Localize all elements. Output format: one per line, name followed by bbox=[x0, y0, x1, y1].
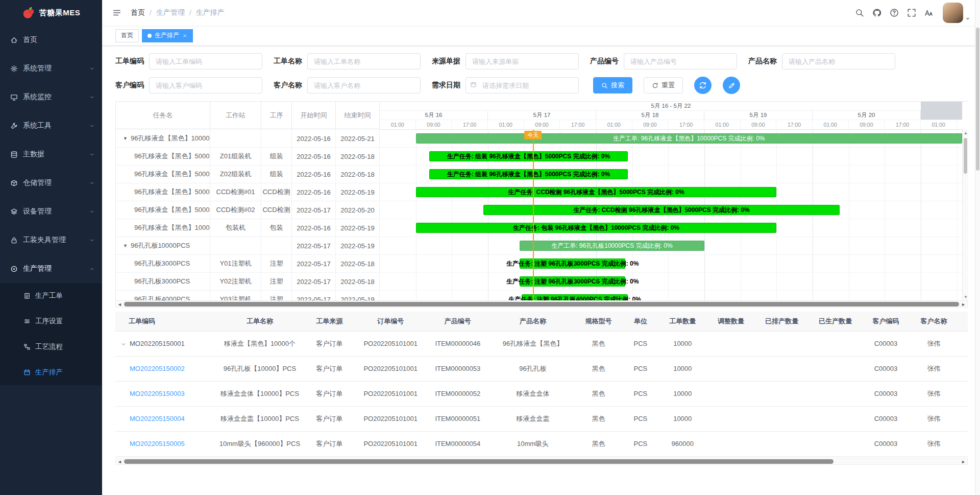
orders-column-header: 工单数量 bbox=[658, 312, 707, 331]
order-code-link[interactable]: MO202205150001 bbox=[130, 340, 185, 347]
avatar[interactable] bbox=[943, 3, 963, 23]
customer-code-input[interactable] bbox=[149, 77, 262, 93]
hamburger-icon[interactable] bbox=[110, 6, 124, 19]
gantt-vertical-scrollbar[interactable]: ▲ ▼ bbox=[962, 130, 968, 300]
order-row[interactable]: MO202205150004移液盒盒盖【10000】PCS客户订单PO20220… bbox=[115, 406, 968, 431]
source-doc-input[interactable] bbox=[465, 53, 579, 69]
search-icon[interactable] bbox=[851, 0, 868, 26]
order-code-link[interactable]: MO202205150004 bbox=[130, 415, 185, 422]
orders-cell: 移液盒盒体 bbox=[492, 381, 575, 406]
orders-cell bbox=[808, 356, 862, 381]
scroll-left-arrow[interactable]: ◄ bbox=[117, 459, 122, 465]
order-row[interactable]: MO202205150001移液盒【黑色】10000个客户订单PO2022051… bbox=[115, 331, 968, 356]
gantt-hour-label: 09:00 bbox=[849, 120, 885, 129]
sidebar-item-process-settings[interactable]: 工序设置 bbox=[0, 309, 102, 334]
order-code-link[interactable]: MO202205150003 bbox=[130, 390, 185, 397]
order-row[interactable]: MO20220515000510mm吸头【960000】PCS客户订单PO202… bbox=[115, 431, 968, 456]
sidebar-item-system-mgmt[interactable]: 系统管理 bbox=[0, 54, 102, 83]
gantt-task-row[interactable]: 96孔移液盒【黑色】10000PCS包装机包装2022-05-162022-05… bbox=[116, 219, 380, 237]
orders-hscrollbar-thumb[interactable] bbox=[124, 459, 834, 464]
gantt-bar-task[interactable]: 生产任务: CCD检测 96孔移液盒【黑色】5000PCS 完成比例: 0% bbox=[416, 187, 777, 197]
gantt-bar-task[interactable]: 生产任务: 包装 96孔移液盒【黑色】10000PCS 完成比例: 0% bbox=[416, 223, 777, 233]
edit-button[interactable] bbox=[723, 77, 740, 94]
page-scrollbar-thumb[interactable] bbox=[976, 28, 979, 171]
search-button[interactable]: 搜索 bbox=[593, 77, 632, 93]
gantt-bar-task[interactable]: 生产任务: 注塑 96孔孔板3000PCS 完成比例: 0% bbox=[520, 258, 626, 269]
gantt-task-row[interactable]: 96孔移液盒【黑色】5000PCSCCD检测#01CCD检测2022-05-16… bbox=[116, 183, 380, 201]
sidebar-item-work-order[interactable]: 生产工单 bbox=[0, 283, 102, 309]
calendar-icon bbox=[23, 369, 31, 376]
tab-home[interactable]: 首页 bbox=[115, 29, 139, 42]
gantt-hscrollbar-thumb[interactable] bbox=[124, 302, 959, 307]
collapse-icon[interactable]: ▼ bbox=[123, 243, 128, 248]
scroll-left-arrow[interactable]: ◄ bbox=[117, 301, 122, 308]
gantt-task-row[interactable]: ▼96孔孔板10000PCS2022-05-172022-05-19 bbox=[116, 237, 380, 255]
gear-icon bbox=[10, 65, 18, 73]
sidebar-item-warehouse[interactable]: 仓储管理 bbox=[0, 169, 102, 197]
reset-button[interactable]: 重置 bbox=[644, 77, 683, 93]
product-name-input[interactable] bbox=[782, 53, 895, 69]
orders-cell: ITEM00000052 bbox=[424, 381, 492, 406]
order-code-link[interactable]: MO202205150005 bbox=[130, 440, 185, 447]
gantt-task-row[interactable]: 96孔孔板3000PCSY02注塑机注塑2022-05-172022-05-18 bbox=[116, 273, 380, 291]
tab-scheduling[interactable]: 生产排产 bbox=[142, 29, 193, 42]
gantt-bar-order[interactable]: 生产工单: 96孔孔板10000PCS 完成比例: 0% bbox=[520, 241, 704, 251]
gantt-bar-task[interactable]: 生产任务: 组装 96孔移液盒【黑色】5000PCS 完成比例: 0% bbox=[429, 151, 628, 161]
breadcrumb-item[interactable]: 首页 bbox=[131, 8, 145, 17]
gantt-vscrollbar-thumb[interactable] bbox=[964, 138, 967, 174]
gantt-task-row[interactable]: 96孔移液盒【黑色】5000PCSZ01组装机组装2022-05-162022-… bbox=[116, 148, 380, 166]
chevron-down-icon bbox=[89, 180, 95, 186]
gantt-bar-order[interactable]: 生产工单: 96孔移液盒【黑色】10000PCS 完成比例: 0% bbox=[416, 133, 962, 144]
gantt-bar-task[interactable]: 生产任务: 注塑 96孔孔板3000PCS 完成比例: 0% bbox=[520, 276, 626, 287]
github-icon[interactable] bbox=[868, 0, 886, 26]
sidebar-item-equipment[interactable]: 设备管理 bbox=[0, 197, 102, 226]
sync-button[interactable] bbox=[694, 77, 712, 94]
orders-cell: 移液盒盒盖 bbox=[492, 406, 575, 431]
gantt-bar-task[interactable]: 生产任务: CCD检测 96孔移液盒【黑色】5000PCS 完成比例: 0% bbox=[483, 205, 840, 215]
sidebar-item-scheduling[interactable]: 生产排产 bbox=[0, 360, 102, 385]
sidebar-item-home[interactable]: 首页 bbox=[0, 26, 102, 54]
wo-code-input[interactable] bbox=[149, 53, 262, 69]
scroll-up-arrow[interactable]: ▲ bbox=[964, 131, 968, 135]
gantt-bar-task[interactable]: 生产任务: 注塑 96孔孔板4000PCS 完成比例: 0% bbox=[522, 294, 628, 300]
customer-name-input[interactable] bbox=[307, 77, 421, 93]
sidebar-item-process-flow[interactable]: 工艺流程 bbox=[0, 334, 102, 360]
gantt-chart-row: 生产任务: 组装 96孔移液盒【黑色】5000PCS 完成比例: 0% bbox=[380, 166, 962, 183]
gantt-task-row[interactable]: 96孔移液盒【黑色】5000PCSZ02组装机组装2022-05-162022-… bbox=[116, 166, 380, 183]
order-code-link[interactable]: MO202205150002 bbox=[130, 365, 185, 372]
sidebar-item-system-tools[interactable]: 系统工具 bbox=[0, 111, 102, 140]
expand-caret-icon[interactable] bbox=[120, 341, 130, 347]
product-code-input[interactable] bbox=[624, 53, 737, 69]
gantt-task-row[interactable]: 96孔孔板3000PCSY01注塑机注塑2022-05-172022-05-18 bbox=[116, 255, 380, 273]
sidebar-item-master-data[interactable]: 主数据 bbox=[0, 140, 102, 169]
scroll-down-arrow[interactable]: ▼ bbox=[964, 295, 968, 299]
orders-cell: 2022 bbox=[958, 406, 968, 431]
font-size-icon[interactable] bbox=[920, 0, 938, 26]
app-logo[interactable]: 苦糖果MES bbox=[0, 0, 102, 26]
scroll-right-arrow[interactable]: ► bbox=[961, 459, 966, 465]
scroll-right-arrow[interactable]: ► bbox=[961, 301, 966, 308]
need-date-input[interactable] bbox=[465, 77, 579, 93]
order-row[interactable]: MO20220515000296孔孔板【10000】PCS客户订单PO20220… bbox=[115, 356, 968, 381]
collapse-icon[interactable]: ▼ bbox=[123, 136, 128, 141]
gantt-bar-task[interactable]: 生产任务: 组装 96孔移液盒【黑色】5000PCS 完成比例: 0% bbox=[429, 169, 628, 179]
gantt-task-row[interactable]: ▼96孔移液盒【黑色】10000PCS2022-05-162022-05-21 bbox=[116, 130, 380, 148]
fullscreen-icon[interactable] bbox=[903, 0, 920, 26]
help-icon[interactable] bbox=[886, 0, 903, 26]
close-icon[interactable] bbox=[182, 33, 187, 38]
gantt-task-row[interactable]: 96孔移液盒【黑色】5000PCSCCD检测#02CCD检测2022-05-17… bbox=[116, 201, 380, 219]
orders-cell: 黑色 bbox=[574, 381, 623, 406]
sidebar-item-system-monitor[interactable]: 系统监控 bbox=[0, 83, 102, 111]
sidebar-item-production[interactable]: 生产管理 bbox=[0, 254, 102, 283]
user-menu[interactable] bbox=[943, 3, 971, 23]
orders-horizontal-scrollbar[interactable]: ◄ ► bbox=[115, 458, 968, 465]
wo-name-input[interactable] bbox=[307, 53, 421, 69]
page-scrollbar[interactable] bbox=[975, 0, 980, 495]
sidebar-item-fixtures[interactable]: 工装夹具管理 bbox=[0, 226, 102, 254]
gantt-start-date: 2022-05-16 bbox=[292, 166, 336, 183]
gantt-process bbox=[261, 130, 292, 147]
gantt-task-row[interactable]: 96孔孔板4000PCSY03注塑机注塑2022-05-172022-05-19 bbox=[116, 291, 380, 300]
orders-cell: 10mm吸头【960000】PCS bbox=[218, 431, 302, 456]
gantt-horizontal-scrollbar[interactable]: ◄ ► bbox=[115, 300, 968, 308]
order-row[interactable]: MO202205150003移液盒盒体【10000】PCS客户订单PO20220… bbox=[115, 381, 968, 406]
